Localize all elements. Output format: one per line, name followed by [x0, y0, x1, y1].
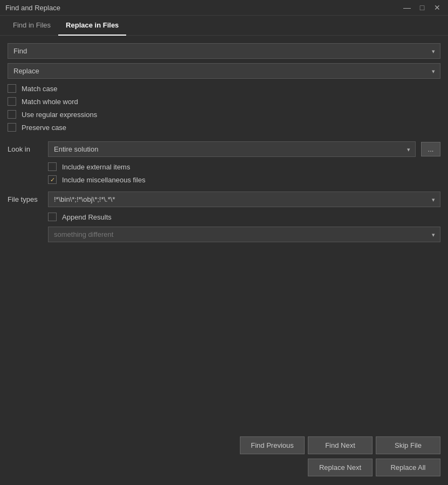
append-results-section: Append Results [48, 213, 440, 221]
replace-next-button[interactable]: Replace Next [308, 459, 373, 476]
file-types-row: File types !*\bin\*;!*\obj\*;!*\.*\* ▾ [8, 192, 440, 207]
include-misc-label: Include miscellaneous files [62, 176, 146, 184]
match-whole-word-label: Match whole word [22, 98, 78, 106]
preserve-case-label: Preserve case [22, 124, 66, 132]
title-bar: Find and Replace — □ ✕ [0, 0, 448, 16]
find-input[interactable]: Find [8, 43, 440, 59]
find-previous-button[interactable]: Find Previous [240, 436, 305, 454]
buttons-row-1: Find Previous Find Next Skip File [8, 436, 440, 454]
window-controls: — □ ✕ [402, 3, 443, 12]
match-whole-word-row: Match whole word [8, 97, 440, 106]
result-dropdown-wrap: something different ▾ [48, 227, 440, 242]
main-content: Find ▾ Replace ▾ Match case Match whole … [0, 36, 448, 485]
append-results-checkbox[interactable] [48, 213, 57, 221]
preserve-case-row: Preserve case [8, 123, 440, 132]
replace-input[interactable]: Replace [8, 63, 440, 79]
tab-find-in-files[interactable]: Find in Files [5, 16, 58, 36]
tab-bar: Find in Files Replace in Files [0, 16, 448, 36]
append-results-row: Append Results [48, 213, 440, 221]
include-external-label: Include external items [62, 163, 130, 171]
skip-file-button[interactable]: Skip File [376, 436, 440, 454]
find-combo-row: Find ▾ [8, 43, 440, 59]
include-misc-row: Include miscellaneous files [48, 175, 440, 184]
look-in-row: Look in Entire solution ▾ ... [8, 141, 440, 157]
include-misc-checkbox[interactable] [48, 175, 57, 184]
include-external-checkbox[interactable] [48, 162, 57, 171]
dialog-title: Find and Replace [5, 4, 402, 12]
replace-combo-row: Replace ▾ [8, 63, 440, 79]
file-types-label: File types [8, 195, 43, 203]
look-in-label: Look in [8, 145, 43, 153]
browse-button[interactable]: ... [421, 142, 440, 156]
look-in-options: Include external items Include miscellan… [48, 162, 440, 184]
match-case-checkbox[interactable] [8, 84, 16, 93]
look-in-select[interactable]: Entire solution [48, 141, 416, 157]
match-case-label: Match case [22, 85, 57, 93]
use-regex-label: Use regular expressions [22, 111, 97, 119]
maximize-button[interactable]: □ [417, 3, 428, 12]
tab-replace-in-files[interactable]: Replace in Files [58, 16, 126, 36]
replace-all-button[interactable]: Replace All [376, 459, 440, 476]
include-external-row: Include external items [48, 162, 440, 171]
match-whole-word-checkbox[interactable] [8, 97, 16, 106]
file-types-combo-wrap: !*\bin\*;!*\obj\*;!*\.*\* ▾ [48, 192, 440, 207]
options-checkboxes: Match case Match whole word Use regular … [8, 84, 440, 132]
file-types-select[interactable]: !*\bin\*;!*\obj\*;!*\.*\* [48, 192, 440, 207]
minimize-button[interactable]: — [402, 3, 412, 12]
look-in-combo-wrap: Entire solution ▾ [48, 141, 416, 157]
buttons-area: Find Previous Find Next Skip File Replac… [0, 436, 448, 481]
match-case-row: Match case [8, 84, 440, 93]
form-area: Find ▾ Replace ▾ Match case Match whole … [0, 36, 448, 250]
find-next-button[interactable]: Find Next [308, 436, 373, 454]
close-button[interactable]: ✕ [432, 3, 443, 12]
preserve-case-checkbox[interactable] [8, 123, 16, 132]
result-dropdown[interactable]: something different [48, 227, 440, 242]
buttons-row-2: Replace Next Replace All [8, 459, 440, 476]
use-regex-checkbox[interactable] [8, 110, 16, 119]
use-regex-row: Use regular expressions [8, 110, 440, 119]
append-results-label: Append Results [62, 213, 112, 221]
